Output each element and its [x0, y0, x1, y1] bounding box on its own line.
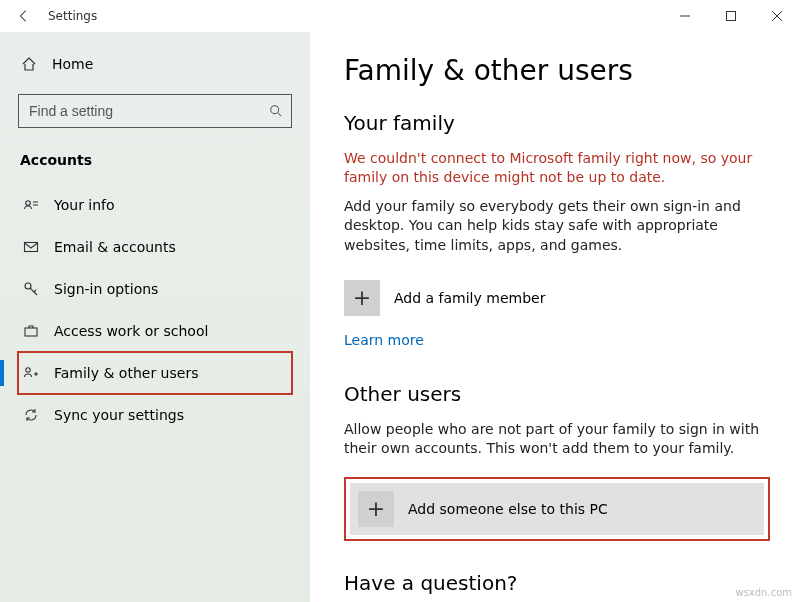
- watermark: wsxdn.com: [735, 587, 792, 598]
- home-icon: [20, 55, 38, 73]
- sidebar-item-label: Access work or school: [54, 323, 208, 339]
- svg-point-6: [26, 201, 31, 206]
- svg-point-14: [26, 368, 30, 372]
- titlebar: Settings: [0, 0, 800, 32]
- add-other-user-button[interactable]: + Add someone else to this PC: [350, 483, 764, 535]
- sidebar-item-label: Sync your settings: [54, 407, 184, 423]
- family-heading: Your family: [344, 111, 770, 135]
- svg-rect-1: [727, 12, 736, 21]
- sidebar-home-label: Home: [52, 56, 93, 72]
- mail-icon: [22, 238, 40, 256]
- window-title: Settings: [48, 9, 97, 23]
- back-button[interactable]: [10, 9, 38, 23]
- svg-line-11: [30, 288, 37, 295]
- content-pane: Family & other users Your family We coul…: [310, 32, 800, 602]
- add-other-user-highlight: + Add someone else to this PC: [344, 477, 770, 541]
- key-icon: [22, 280, 40, 298]
- briefcase-icon: [22, 322, 40, 340]
- sidebar-item-your-info[interactable]: Your info: [18, 184, 292, 226]
- have-a-question-heading: Have a question?: [344, 571, 770, 595]
- people-icon: [22, 364, 40, 382]
- close-button[interactable]: [754, 0, 800, 32]
- add-other-user-label: Add someone else to this PC: [408, 501, 608, 517]
- sidebar-section-label: Accounts: [20, 152, 292, 168]
- svg-line-12: [34, 290, 36, 292]
- minimize-button[interactable]: [662, 0, 708, 32]
- svg-rect-13: [25, 328, 37, 336]
- sidebar: Home Accounts Your info Email & accounts: [0, 32, 310, 602]
- user-card-icon: [22, 196, 40, 214]
- sidebar-item-sync-settings[interactable]: Sync your settings: [18, 394, 292, 436]
- page-title: Family & other users: [344, 54, 770, 87]
- family-error-text: We couldn't connect to Microsoft family …: [344, 149, 770, 187]
- search-field[interactable]: [27, 102, 269, 120]
- sidebar-item-label: Family & other users: [54, 365, 198, 381]
- sidebar-home[interactable]: Home: [18, 44, 292, 84]
- other-users-heading: Other users: [344, 382, 770, 406]
- sidebar-item-family-other-users[interactable]: Family & other users: [18, 352, 292, 394]
- sidebar-item-label: Sign-in options: [54, 281, 158, 297]
- svg-line-5: [278, 113, 282, 117]
- sync-icon: [22, 406, 40, 424]
- learn-more-link[interactable]: Learn more: [344, 332, 424, 348]
- add-family-member-button[interactable]: + Add a family member: [344, 274, 770, 322]
- search-input[interactable]: [18, 94, 292, 128]
- sidebar-item-signin-options[interactable]: Sign-in options: [18, 268, 292, 310]
- search-icon: [269, 104, 283, 118]
- add-family-member-label: Add a family member: [394, 290, 545, 306]
- maximize-button[interactable]: [708, 0, 754, 32]
- sidebar-item-access-work-school[interactable]: Access work or school: [18, 310, 292, 352]
- family-body-text: Add your family so everybody gets their …: [344, 197, 770, 256]
- sidebar-item-email-accounts[interactable]: Email & accounts: [18, 226, 292, 268]
- sidebar-item-label: Your info: [54, 197, 115, 213]
- svg-point-4: [271, 106, 279, 114]
- sidebar-item-label: Email & accounts: [54, 239, 176, 255]
- other-users-body-text: Allow people who are not part of your fa…: [344, 420, 770, 459]
- plus-icon: +: [344, 280, 380, 316]
- plus-icon: +: [358, 491, 394, 527]
